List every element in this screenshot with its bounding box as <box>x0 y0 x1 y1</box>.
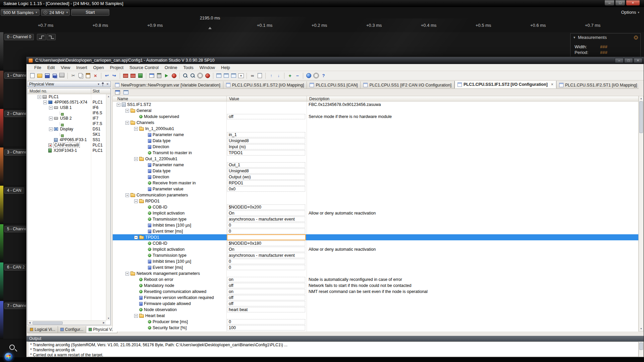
trace-window-icon[interactable] <box>223 72 229 79</box>
config-row[interactable]: Out_1_2200sub1 <box>113 156 638 162</box>
config-value[interactable]: TPDO1 <box>227 150 305 156</box>
config-value[interactable]: off <box>227 283 305 288</box>
output-panel-header[interactable]: Output <box>26 336 644 342</box>
config-value[interactable]: off <box>227 295 305 300</box>
expand-toggle[interactable] <box>125 272 129 276</box>
scrollbar-thumb[interactable] <box>639 343 643 350</box>
trigger-falling-edge-button[interactable] <box>47 34 56 40</box>
variable-monitor-icon[interactable] <box>149 72 155 79</box>
windows-start-button[interactable] <box>4 352 13 361</box>
collapse-icon[interactable]: ▼ <box>573 36 576 39</box>
open-declaration-icon[interactable] <box>257 72 263 79</box>
config-value-editor[interactable] <box>227 234 306 240</box>
config-value[interactable]: 0x0 <box>227 186 305 192</box>
config-value[interactable]: $NODEID+0x200 <box>227 204 305 210</box>
help-icon[interactable] <box>320 72 327 79</box>
config-row[interactable]: Inhibit times [100 µs]0 <box>113 222 638 228</box>
config-row[interactable]: Parameter namein_1 <box>113 132 638 138</box>
config-value[interactable]: RPDO1 <box>227 180 305 186</box>
chevron-down-icon[interactable]: ▾ <box>98 82 99 86</box>
config-row[interactable]: General <box>113 108 638 114</box>
config-value[interactable]: Input (ro) <box>227 144 305 149</box>
channel-label[interactable]: 4 - CAN <box>4 187 24 194</box>
scroll-down-icon[interactable]: ▼ <box>639 326 643 331</box>
config-value[interactable]: 0 <box>227 259 305 264</box>
options-button[interactable]: Options ▾ <box>621 10 639 15</box>
move-down-icon[interactable] <box>275 72 282 79</box>
expand-toggle[interactable] <box>117 103 120 107</box>
menu-online[interactable]: Online <box>162 65 180 70</box>
config-row[interactable]: TPDO1 <box>113 234 638 240</box>
trigger-rising-edge-button[interactable] <box>37 34 46 40</box>
channel-label[interactable]: 0 - Channel 0 <box>4 34 34 40</box>
find-in-files-icon[interactable] <box>190 72 196 79</box>
device-row[interactable]: 4PP065.IF33-1SS1 <box>28 137 110 142</box>
rebuild-icon[interactable] <box>130 72 136 79</box>
config-row[interactable]: COB-ID$NODEID+0x200 <box>113 204 638 210</box>
config-row[interactable]: Data typeUnsigned8 <box>113 138 638 144</box>
vertical-scrollbar[interactable]: ▲ ▼ <box>106 94 110 320</box>
config-value[interactable]: off <box>227 301 305 306</box>
config-value[interactable]: Output (wo) <box>227 174 305 180</box>
config-row[interactable]: Firmware update allowedoff <box>113 301 638 307</box>
config-value[interactable]: on <box>227 289 305 294</box>
maximize-button[interactable]: □ <box>615 0 625 6</box>
expand-toggle[interactable] <box>134 157 138 161</box>
device-row[interactable]: X20IF1043-1PLC1 <box>28 148 110 153</box>
horizontal-scrollbar[interactable]: ◀ ▶ <box>28 320 106 325</box>
device-row[interactable]: IF6.S <box>28 110 110 116</box>
expand-toggle[interactable] <box>134 236 138 239</box>
start-button[interactable]: Start <box>71 9 109 16</box>
device-row[interactable]: 4PP065.0571-X74PLC1 <box>28 100 110 105</box>
config-row[interactable]: Security factor [%]100 <box>113 325 638 331</box>
insert-link-icon[interactable] <box>249 72 256 79</box>
config-value[interactable]: Unsigned8 <box>227 138 305 143</box>
config-value[interactable]: 0 <box>227 229 305 234</box>
config-row[interactable]: Heart beat <box>113 313 638 319</box>
menu-tools[interactable]: Tools <box>180 65 196 70</box>
online-settings-icon[interactable] <box>197 72 203 79</box>
vertical-scrollbar[interactable]: ▲ ▼ <box>639 96 644 331</box>
config-row[interactable]: Node observationheart beat <box>113 307 638 313</box>
cross-reference-icon[interactable] <box>156 72 162 79</box>
expand-toggle[interactable] <box>125 121 129 125</box>
config-row[interactable]: Firmware version verification requiredof… <box>113 295 638 301</box>
find-icon[interactable] <box>182 72 189 79</box>
close-icon[interactable]: × <box>106 82 109 86</box>
menu-file[interactable]: File <box>31 65 44 70</box>
expand-toggle[interactable] <box>49 106 53 110</box>
minimize-button[interactable]: – <box>615 58 624 63</box>
menu-insert[interactable]: Insert <box>73 65 90 70</box>
config-row[interactable]: Event timer [ms]0 <box>113 228 638 234</box>
config-row[interactable]: Communication parameters <box>113 192 638 198</box>
copy-icon[interactable] <box>77 72 84 79</box>
editor-tab-2[interactable]: PLC1.CPU.SS1 [CAN] <box>307 81 361 88</box>
options-icon[interactable] <box>313 72 319 79</box>
config-row[interactable]: Implicit activationOnAllow or deny autom… <box>113 210 638 216</box>
config-value[interactable]: 0 <box>227 319 305 324</box>
zoom-in-icon[interactable] <box>287 72 293 79</box>
config-row[interactable]: Event timer [ms]0 <box>113 264 638 270</box>
config-value[interactable]: Out_1 <box>227 162 305 168</box>
config-value[interactable]: heart beat <box>227 307 305 312</box>
device-row[interactable]: CANFestival8PLC1 <box>28 142 110 148</box>
config-row[interactable]: Module supervisedoffService mode if ther… <box>113 114 638 120</box>
run-icon[interactable] <box>163 72 170 79</box>
config-row[interactable]: Parameter nameOut_1 <box>113 162 638 168</box>
open-project-icon[interactable] <box>37 72 43 79</box>
device-row[interactable]: IF7.S <box>28 121 110 126</box>
force-window-icon[interactable] <box>230 72 237 79</box>
config-row[interactable]: Data typeUnsigned8 <box>113 168 638 174</box>
scroll-up-icon[interactable]: ▲ <box>639 96 643 101</box>
gear-icon[interactable] <box>634 36 638 40</box>
config-value[interactable]: On <box>227 210 305 216</box>
config-row[interactable]: Inhibit times [100 µs]0 <box>113 258 638 264</box>
services-icon[interactable] <box>204 72 211 79</box>
device-row[interactable]: USB 1IF6 <box>28 105 110 110</box>
expand-toggle[interactable] <box>125 193 129 197</box>
pin-icon[interactable] <box>101 82 104 86</box>
panel-header[interactable]: Physical View ▾ × <box>27 81 111 87</box>
stop-icon[interactable] <box>171 72 177 79</box>
config-value[interactable]: Unsigned8 <box>227 168 305 174</box>
transfer-to-target-icon[interactable] <box>137 72 144 79</box>
